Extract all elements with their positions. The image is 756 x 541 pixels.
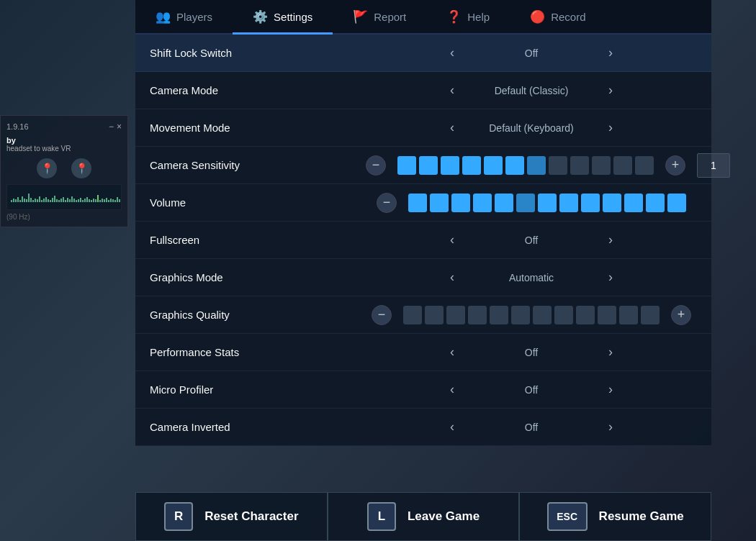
performance-stats-label: Performance Stats	[150, 346, 366, 358]
reset-character-label: Reset Character	[204, 509, 298, 524]
vol-3	[451, 194, 470, 212]
camera-mode-control: ‹ Default (Classic) ›	[366, 81, 697, 101]
graphics-mode-next[interactable]: ›	[600, 268, 621, 288]
gq-6	[511, 306, 530, 324]
seg-3	[441, 156, 459, 175]
gq-9	[576, 306, 595, 324]
camera-mode-value: Default (Classic)	[474, 85, 589, 96]
performance-stats-control: ‹ Off ›	[366, 342, 697, 363]
seg-12	[635, 156, 654, 175]
vol-2	[430, 194, 449, 212]
setting-shift-lock: Shift Lock Switch ‹ Off ›	[135, 35, 711, 72]
micro-profiler-control: ‹ Off ›	[366, 380, 697, 400]
main-dialog: 👥 Players ⚙️ Settings 🚩 Report ❓ Help 🔴 …	[135, 0, 711, 446]
minimize-btn[interactable]: −	[109, 122, 114, 132]
volume-track	[408, 194, 686, 212]
sensitivity-minus[interactable]: −	[366, 155, 386, 176]
seg-1	[397, 156, 416, 175]
sensitivity-input[interactable]	[697, 153, 730, 178]
camera-mode-label: Camera Mode	[150, 84, 366, 96]
camera-inverted-next[interactable]: ›	[600, 417, 621, 437]
vol-13	[667, 194, 686, 212]
volume-minus[interactable]: −	[377, 193, 397, 213]
micro-profiler-next[interactable]: ›	[600, 380, 621, 400]
graphics-mode-prev[interactable]: ‹	[442, 268, 462, 288]
shift-lock-prev[interactable]: ‹	[442, 43, 462, 63]
reset-character-button[interactable]: R Reset Character	[135, 492, 328, 541]
sensitivity-track	[397, 156, 654, 175]
panel-version: 1.9.16	[6, 122, 29, 131]
tab-help[interactable]: ❓ Help	[426, 0, 510, 33]
gq-4	[468, 306, 487, 324]
movement-mode-prev[interactable]: ‹	[442, 118, 462, 138]
setting-micro-profiler: Micro Profiler ‹ Off ›	[135, 371, 711, 409]
vol-8	[559, 194, 578, 212]
record-icon: 🔴	[530, 9, 545, 24]
gq-plus[interactable]: +	[671, 305, 691, 325]
camera-inverted-value: Off	[474, 422, 589, 433]
resume-game-button[interactable]: ESC Resume Game	[519, 492, 711, 541]
resume-key-badge: ESC	[547, 502, 588, 531]
resume-game-label: Resume Game	[599, 509, 684, 524]
setting-performance-stats: Performance Stats ‹ Off ›	[135, 334, 711, 371]
graphics-mode-control: ‹ Automatic ›	[366, 268, 697, 288]
gq-minus[interactable]: −	[372, 305, 392, 325]
gq-track	[403, 306, 660, 324]
fullscreen-value: Off	[474, 235, 589, 246]
app-name: by	[6, 136, 122, 145]
camera-inverted-control: ‹ Off ›	[366, 417, 697, 437]
panel-titlebar: 1.9.16 − ×	[6, 122, 122, 132]
reset-key-badge: R	[164, 502, 193, 531]
seg-8	[549, 156, 567, 175]
shift-lock-next[interactable]: ›	[600, 43, 621, 63]
leave-game-label: Leave Game	[408, 509, 480, 524]
camera-mode-next[interactable]: ›	[600, 81, 621, 101]
seg-5	[484, 156, 503, 175]
seg-9	[570, 156, 589, 175]
tab-report[interactable]: 🚩 Report	[333, 0, 426, 33]
gq-8	[554, 306, 573, 324]
volume-label: Volume	[150, 196, 366, 209]
micro-profiler-label: Micro Profiler	[150, 383, 366, 396]
shift-lock-value: Off	[474, 47, 589, 59]
tab-record[interactable]: 🔴 Record	[510, 0, 606, 33]
camera-sensitivity-label: Camera Sensitivity	[150, 159, 366, 171]
notification-panel: 1.9.16 − × by headset to wake VR 📍 📍	[0, 115, 128, 227]
sub-text: headset to wake VR	[6, 145, 122, 153]
gq-11	[619, 306, 638, 324]
seg-2	[419, 156, 438, 175]
panel-content: by headset to wake VR	[6, 136, 122, 153]
sensitivity-plus[interactable]: +	[665, 155, 685, 176]
vol-10	[603, 194, 621, 212]
tab-settings[interactable]: ⚙️ Settings	[233, 0, 333, 33]
setting-camera-sensitivity: Camera Sensitivity − +	[135, 147, 711, 184]
panel-icons: 📍 📍	[6, 158, 122, 178]
vol-7	[538, 194, 557, 212]
performance-stats-value: Off	[474, 347, 589, 358]
camera-inverted-prev[interactable]: ‹	[442, 417, 462, 437]
vol-9	[581, 194, 600, 212]
close-btn[interactable]: ×	[117, 122, 122, 132]
tab-players[interactable]: 👥 Players	[135, 0, 233, 33]
leave-game-button[interactable]: L Leave Game	[328, 492, 520, 541]
micro-profiler-value: Off	[474, 384, 589, 396]
vol-1	[408, 194, 427, 212]
settings-icon: ⚙️	[253, 9, 268, 24]
volume-control: −	[366, 193, 697, 213]
performance-stats-prev[interactable]: ‹	[442, 342, 462, 363]
location-icon-1: 📍	[37, 158, 57, 178]
movement-mode-label: Movement Mode	[150, 122, 366, 134]
seg-11	[613, 156, 632, 175]
shift-lock-control: ‹ Off ›	[366, 43, 697, 63]
seg-4	[462, 156, 481, 175]
performance-stats-next[interactable]: ›	[600, 342, 621, 363]
micro-profiler-prev[interactable]: ‹	[442, 380, 462, 400]
fullscreen-next[interactable]: ›	[600, 230, 621, 250]
camera-mode-prev[interactable]: ‹	[442, 81, 462, 101]
seg-7	[527, 156, 546, 175]
fullscreen-prev[interactable]: ‹	[442, 230, 462, 250]
setting-fullscreen: Fullscreen ‹ Off ›	[135, 222, 711, 259]
movement-mode-next[interactable]: ›	[600, 118, 621, 138]
graphics-mode-label: Graphics Mode	[150, 271, 366, 283]
vol-6	[516, 194, 535, 212]
